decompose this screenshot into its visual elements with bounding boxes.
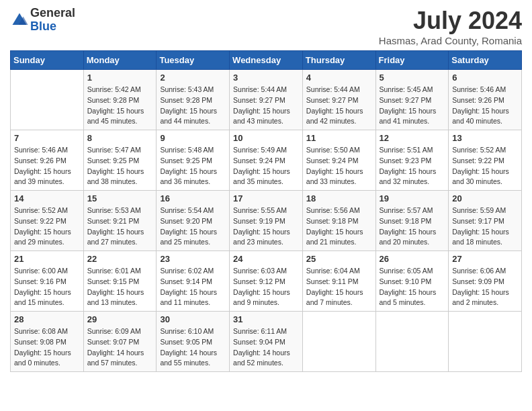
day-info: Sunrise: 5:56 AMSunset: 9:18 PMDaylight:… bbox=[306, 205, 372, 248]
day-info: Sunrise: 6:03 AMSunset: 9:12 PMDaylight:… bbox=[233, 266, 299, 308]
calendar-cell: 22 Sunrise: 6:01 AMSunset: 9:15 PMDaylig… bbox=[83, 251, 157, 312]
day-info: Sunrise: 5:46 AMSunset: 9:26 PMDaylight:… bbox=[14, 145, 80, 187]
day-info: Sunrise: 5:49 AMSunset: 9:24 PMDaylight:… bbox=[233, 145, 299, 187]
week-row-3: 14 Sunrise: 5:52 AMSunset: 9:22 PMDaylig… bbox=[11, 191, 522, 251]
day-info: Sunrise: 5:54 AMSunset: 9:20 PMDaylight:… bbox=[160, 205, 226, 248]
day-info: Sunrise: 6:01 AMSunset: 9:15 PMDaylight:… bbox=[87, 266, 153, 308]
day-number: 11 bbox=[306, 133, 372, 143]
logo-icon bbox=[10, 11, 29, 30]
day-info: Sunrise: 5:52 AMSunset: 9:22 PMDaylight:… bbox=[452, 145, 518, 187]
calendar-table: Sunday Monday Tuesday Wednesday Thursday… bbox=[10, 50, 522, 372]
page-header: General Blue July 2024 Hasmas, Arad Coun… bbox=[10, 7, 522, 46]
day-number: 12 bbox=[380, 133, 445, 143]
calendar-cell: 9 Sunrise: 5:48 AMSunset: 9:25 PMDayligh… bbox=[157, 130, 230, 191]
day-info: Sunrise: 6:11 AMSunset: 9:04 PMDaylight:… bbox=[233, 326, 299, 369]
calendar-cell bbox=[302, 312, 375, 372]
calendar-header-row: Sunday Monday Tuesday Wednesday Thursday… bbox=[11, 51, 522, 70]
day-info: Sunrise: 6:10 AMSunset: 9:05 PMDaylight:… bbox=[160, 326, 226, 369]
day-number: 30 bbox=[160, 314, 226, 324]
day-number: 31 bbox=[233, 314, 299, 324]
day-number: 29 bbox=[87, 314, 153, 324]
location-title: Hasmas, Arad County, Romania bbox=[379, 35, 522, 46]
logo-general-text: General bbox=[30, 7, 75, 20]
calendar-cell: 13 Sunrise: 5:52 AMSunset: 9:22 PMDaylig… bbox=[449, 130, 522, 191]
day-info: Sunrise: 6:04 AMSunset: 9:11 PMDaylight:… bbox=[306, 266, 372, 308]
calendar-cell: 28 Sunrise: 6:08 AMSunset: 9:08 PMDaylig… bbox=[11, 312, 84, 372]
title-area: July 2024 Hasmas, Arad County, Romania bbox=[379, 7, 522, 46]
day-info: Sunrise: 5:59 AMSunset: 9:17 PMDaylight:… bbox=[452, 205, 518, 248]
week-row-1: 1 Sunrise: 5:42 AMSunset: 9:28 PMDayligh… bbox=[11, 70, 522, 130]
calendar-cell: 11 Sunrise: 5:50 AMSunset: 9:24 PMDaylig… bbox=[302, 130, 375, 191]
day-info: Sunrise: 5:48 AMSunset: 9:25 PMDaylight:… bbox=[160, 145, 226, 187]
header-thursday: Thursday bbox=[302, 51, 375, 70]
day-number: 17 bbox=[233, 193, 299, 203]
calendar-cell: 30 Sunrise: 6:10 AMSunset: 9:05 PMDaylig… bbox=[157, 312, 230, 372]
calendar-cell: 23 Sunrise: 6:02 AMSunset: 9:14 PMDaylig… bbox=[157, 251, 230, 312]
calendar-cell: 17 Sunrise: 5:55 AMSunset: 9:19 PMDaylig… bbox=[230, 191, 303, 251]
day-number: 5 bbox=[380, 73, 445, 83]
day-number: 25 bbox=[306, 254, 372, 264]
week-row-2: 7 Sunrise: 5:46 AMSunset: 9:26 PMDayligh… bbox=[11, 130, 522, 191]
week-row-4: 21 Sunrise: 6:00 AMSunset: 9:16 PMDaylig… bbox=[11, 251, 522, 312]
calendar-cell: 16 Sunrise: 5:54 AMSunset: 9:20 PMDaylig… bbox=[157, 191, 230, 251]
calendar-cell: 20 Sunrise: 5:59 AMSunset: 9:17 PMDaylig… bbox=[449, 191, 522, 251]
calendar-cell: 19 Sunrise: 5:57 AMSunset: 9:18 PMDaylig… bbox=[375, 191, 449, 251]
day-info: Sunrise: 6:05 AMSunset: 9:10 PMDaylight:… bbox=[380, 266, 445, 308]
calendar-cell: 14 Sunrise: 5:52 AMSunset: 9:22 PMDaylig… bbox=[11, 191, 84, 251]
day-number: 19 bbox=[380, 193, 445, 203]
header-friday: Friday bbox=[375, 51, 449, 70]
day-number: 8 bbox=[87, 133, 153, 143]
calendar-cell: 18 Sunrise: 5:56 AMSunset: 9:18 PMDaylig… bbox=[302, 191, 375, 251]
day-info: Sunrise: 5:51 AMSunset: 9:23 PMDaylight:… bbox=[380, 145, 445, 187]
day-info: Sunrise: 6:06 AMSunset: 9:09 PMDaylight:… bbox=[452, 266, 518, 308]
calendar-cell: 12 Sunrise: 5:51 AMSunset: 9:23 PMDaylig… bbox=[375, 130, 449, 191]
calendar-cell: 4 Sunrise: 5:44 AMSunset: 9:27 PMDayligh… bbox=[302, 70, 375, 130]
day-number: 6 bbox=[452, 73, 518, 83]
day-number: 23 bbox=[160, 254, 226, 264]
calendar-cell: 1 Sunrise: 5:42 AMSunset: 9:28 PMDayligh… bbox=[83, 70, 157, 130]
logo-blue-text: Blue bbox=[30, 20, 75, 34]
day-number: 2 bbox=[160, 73, 226, 83]
calendar-cell: 8 Sunrise: 5:47 AMSunset: 9:25 PMDayligh… bbox=[83, 130, 157, 191]
calendar-cell: 2 Sunrise: 5:43 AMSunset: 9:28 PMDayligh… bbox=[157, 70, 230, 130]
day-number: 10 bbox=[233, 133, 299, 143]
day-number: 15 bbox=[87, 193, 153, 203]
day-number: 27 bbox=[452, 254, 518, 264]
calendar-cell: 25 Sunrise: 6:04 AMSunset: 9:11 PMDaylig… bbox=[302, 251, 375, 312]
logo: General Blue bbox=[10, 7, 75, 34]
day-number: 22 bbox=[87, 254, 153, 264]
day-number: 20 bbox=[452, 193, 518, 203]
day-number: 7 bbox=[14, 133, 80, 143]
calendar-cell: 29 Sunrise: 6:09 AMSunset: 9:07 PMDaylig… bbox=[83, 312, 157, 372]
header-sunday: Sunday bbox=[11, 51, 84, 70]
day-number: 3 bbox=[233, 73, 299, 83]
calendar-cell: 27 Sunrise: 6:06 AMSunset: 9:09 PMDaylig… bbox=[449, 251, 522, 312]
calendar-cell: 21 Sunrise: 6:00 AMSunset: 9:16 PMDaylig… bbox=[11, 251, 84, 312]
day-info: Sunrise: 5:52 AMSunset: 9:22 PMDaylight:… bbox=[14, 205, 80, 248]
day-number: 14 bbox=[14, 193, 80, 203]
calendar-cell: 31 Sunrise: 6:11 AMSunset: 9:04 PMDaylig… bbox=[230, 312, 303, 372]
calendar-cell bbox=[11, 70, 84, 130]
day-info: Sunrise: 5:53 AMSunset: 9:21 PMDaylight:… bbox=[87, 205, 153, 248]
calendar-cell: 6 Sunrise: 5:46 AMSunset: 9:26 PMDayligh… bbox=[449, 70, 522, 130]
day-info: Sunrise: 5:57 AMSunset: 9:18 PMDaylight:… bbox=[380, 205, 445, 248]
day-number: 1 bbox=[87, 73, 153, 83]
day-number: 13 bbox=[452, 133, 518, 143]
day-number: 16 bbox=[160, 193, 226, 203]
calendar-cell bbox=[449, 312, 522, 372]
day-number: 28 bbox=[14, 314, 80, 324]
day-number: 9 bbox=[160, 133, 226, 143]
calendar-cell bbox=[375, 312, 449, 372]
header-saturday: Saturday bbox=[449, 51, 522, 70]
day-info: Sunrise: 5:43 AMSunset: 9:28 PMDaylight:… bbox=[160, 85, 226, 127]
calendar-cell: 10 Sunrise: 5:49 AMSunset: 9:24 PMDaylig… bbox=[230, 130, 303, 191]
day-info: Sunrise: 5:44 AMSunset: 9:27 PMDaylight:… bbox=[306, 85, 372, 127]
day-info: Sunrise: 6:00 AMSunset: 9:16 PMDaylight:… bbox=[14, 266, 80, 308]
day-number: 26 bbox=[380, 254, 445, 264]
day-info: Sunrise: 5:45 AMSunset: 9:27 PMDaylight:… bbox=[380, 85, 445, 127]
week-row-5: 28 Sunrise: 6:08 AMSunset: 9:08 PMDaylig… bbox=[11, 312, 522, 372]
header-tuesday: Tuesday bbox=[157, 51, 230, 70]
day-number: 24 bbox=[233, 254, 299, 264]
day-info: Sunrise: 5:50 AMSunset: 9:24 PMDaylight:… bbox=[306, 145, 372, 187]
header-monday: Monday bbox=[83, 51, 157, 70]
